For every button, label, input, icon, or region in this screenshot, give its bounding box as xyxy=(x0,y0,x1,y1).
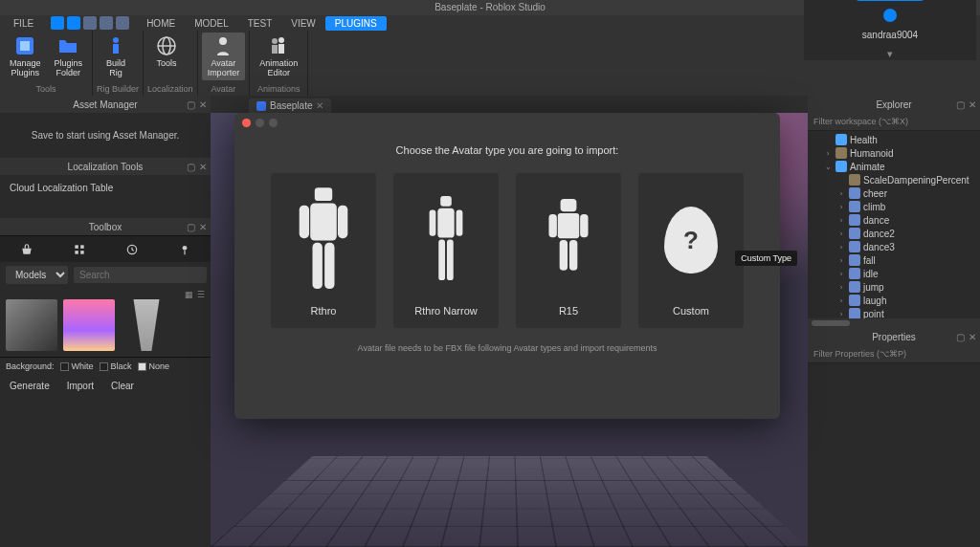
toolbox-item[interactable] xyxy=(63,299,115,351)
properties-filter[interactable]: Filter Properties (⌥⌘P) xyxy=(808,345,980,363)
qat-play-icon[interactable] xyxy=(116,16,129,30)
dialog-min-icon[interactable] xyxy=(256,119,264,127)
bg-label: Background: xyxy=(6,361,55,371)
undock-icon[interactable]: ▢ xyxy=(956,332,965,342)
tree-node-animate[interactable]: ⌄Animate xyxy=(808,160,980,173)
menu-home[interactable]: HOME xyxy=(137,16,185,31)
dialog-close-icon[interactable] xyxy=(242,119,251,127)
menu-view[interactable]: VIEW xyxy=(281,16,325,31)
bg-none-checkbox[interactable]: None xyxy=(138,361,170,371)
toolbox-search-input[interactable] xyxy=(74,267,207,283)
dialog-note: Avatar file needs to be FBX file followi… xyxy=(234,328,780,368)
tree-node-dance3[interactable]: ›dance3 xyxy=(808,240,980,253)
grid-icon[interactable]: ▦ xyxy=(185,290,193,292)
toolbox-results xyxy=(0,294,211,357)
localization-tools-header[interactable]: Localization Tools ▢✕ xyxy=(0,158,211,175)
menu-file[interactable]: FILE xyxy=(4,16,43,31)
animation-editor-button[interactable]: Animation Editor xyxy=(254,33,303,80)
svg-point-7 xyxy=(219,37,227,45)
marketplace-icon[interactable] xyxy=(20,243,33,256)
close-icon[interactable]: ✕ xyxy=(199,99,207,110)
dialog-max-icon[interactable] xyxy=(269,119,278,127)
toolbox-item[interactable] xyxy=(6,299,57,351)
toolbox-item[interactable] xyxy=(121,299,172,351)
svg-rect-21 xyxy=(300,205,309,238)
asset-manager-header[interactable]: Asset Manager ▢✕ xyxy=(0,96,211,113)
tree-node-dance[interactable]: ›dance xyxy=(808,213,980,227)
viewport-tab[interactable]: Baseplate ✕ xyxy=(249,98,331,113)
svg-rect-27 xyxy=(430,209,436,235)
qat-save-icon[interactable] xyxy=(51,16,64,30)
tree-node-scaledampeningpercent[interactable]: ScaleDampeningPercent xyxy=(808,173,980,186)
toolbox-header[interactable]: Toolbox ▢✕ xyxy=(0,218,211,235)
recent-icon[interactable] xyxy=(125,243,139,256)
explorer-hscrollbar[interactable] xyxy=(808,318,980,328)
svg-rect-15 xyxy=(80,251,84,254)
undock-icon[interactable]: ▢ xyxy=(187,222,195,232)
close-icon[interactable]: ✕ xyxy=(199,222,207,232)
build-rig-button[interactable]: Build Rig xyxy=(97,33,135,80)
plugins-folder-button[interactable]: Plugins Folder xyxy=(49,33,89,80)
avatar-importer-button[interactable]: Avatar Importer xyxy=(202,33,246,80)
tree-node-laugh[interactable]: ›laugh xyxy=(808,294,980,307)
bg-black-checkbox[interactable]: Black xyxy=(100,361,132,371)
tree-node-humanoid[interactable]: ›Humanoid xyxy=(808,146,980,160)
manage-plugins-button[interactable]: Manage Plugins xyxy=(4,33,47,80)
explorer-filter[interactable]: Filter workspace (⌥⌘X) xyxy=(808,113,980,131)
undock-icon[interactable]: ▢ xyxy=(187,162,195,172)
whats-new-button[interactable]: ● What's New xyxy=(853,0,927,1)
animation-icon xyxy=(267,34,290,57)
svg-rect-28 xyxy=(457,209,463,235)
card-label: Rthro xyxy=(311,305,337,317)
localization-item[interactable]: Cloud Localization Table xyxy=(0,175,211,201)
undock-icon[interactable]: ▢ xyxy=(187,99,195,110)
ribbon-group-rig: Build Rig Rig Builder xyxy=(93,31,144,96)
tree-node-dance2[interactable]: ›dance2 xyxy=(808,227,980,240)
tree-node-cheer[interactable]: ›cheer xyxy=(808,186,980,200)
share-icon[interactable] xyxy=(883,9,897,22)
avatar-card-rthro-narrow[interactable]: Rthro Narrow xyxy=(393,173,499,328)
avatar-card-r15[interactable]: R15 xyxy=(516,173,621,328)
tree-node-climb[interactable]: ›climb xyxy=(808,200,980,213)
toolbox-category-select[interactable]: Models xyxy=(6,266,68,284)
username-label[interactable]: sandraa9004 xyxy=(862,30,918,40)
creations-icon[interactable] xyxy=(178,243,191,256)
svg-rect-14 xyxy=(75,251,78,254)
user-dropdown-icon[interactable]: ▾ xyxy=(887,48,893,60)
localization-tools-button[interactable]: Tools xyxy=(147,33,186,71)
undock-icon[interactable]: ▢ xyxy=(956,99,965,110)
ribbon-group-animations: Animation Editor Animations xyxy=(250,31,308,96)
qat-undo-icon[interactable] xyxy=(83,16,97,30)
close-tab-icon[interactable]: ✕ xyxy=(316,100,323,111)
svg-rect-32 xyxy=(558,213,579,238)
qat-open-icon[interactable] xyxy=(67,16,80,30)
avatar-card-custom[interactable]: ? Custom Custom Type xyxy=(638,173,744,328)
tree-node-idle[interactable]: ›idle xyxy=(808,267,980,280)
avatar-card-rthro[interactable]: Rthro xyxy=(271,173,376,328)
bg-white-checkbox[interactable]: White xyxy=(60,361,94,371)
tree-node-point[interactable]: ›point xyxy=(808,307,980,318)
list-icon[interactable]: ☰ xyxy=(197,290,205,292)
clear-button[interactable]: Clear xyxy=(111,381,134,391)
properties-header[interactable]: Properties ▢✕ xyxy=(808,328,980,345)
tree-node-health[interactable]: Health xyxy=(808,133,980,146)
inventory-icon[interactable] xyxy=(73,243,86,256)
qat-redo-icon[interactable] xyxy=(100,16,113,30)
close-icon[interactable]: ✕ xyxy=(969,332,976,342)
tree-node-jump[interactable]: ›jump xyxy=(808,280,980,294)
import-button[interactable]: Import xyxy=(67,381,94,391)
menu-plugins[interactable]: PLUGINS xyxy=(325,16,387,31)
svg-rect-29 xyxy=(438,239,445,280)
menu-test[interactable]: TEST xyxy=(238,16,282,31)
plugin-icon xyxy=(13,34,36,57)
tree-node-fall[interactable]: ›fall xyxy=(808,253,980,267)
close-icon[interactable]: ✕ xyxy=(199,162,207,172)
menu-model[interactable]: MODEL xyxy=(185,16,238,31)
properties-body xyxy=(808,363,980,547)
explorer-tree[interactable]: Health›Humanoid⌄AnimateScaleDampeningPer… xyxy=(808,131,980,318)
generate-button[interactable]: Generate xyxy=(10,381,50,391)
quick-access-toolbar xyxy=(51,16,129,30)
baseplate-floor xyxy=(211,456,808,547)
close-icon[interactable]: ✕ xyxy=(969,99,976,110)
explorer-header[interactable]: Explorer ▢✕ xyxy=(808,96,980,113)
